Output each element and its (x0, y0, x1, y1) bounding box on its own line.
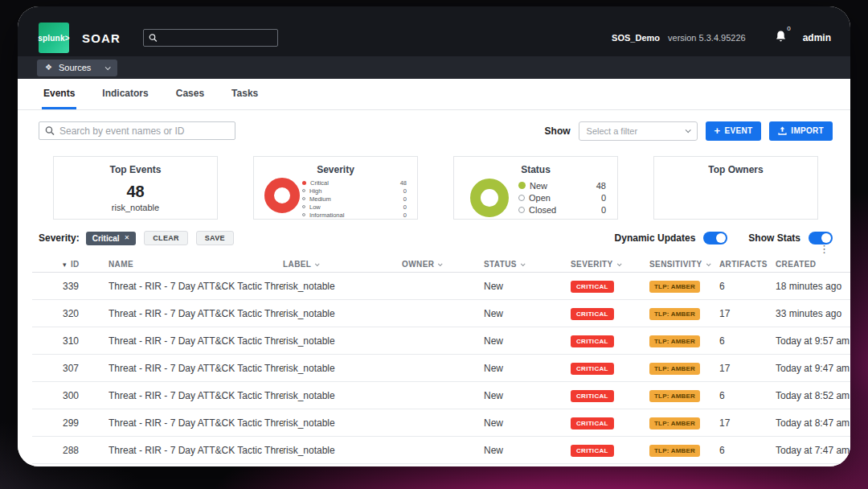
clear-button[interactable]: CLEAR (144, 231, 188, 245)
chevron-down-icon (685, 127, 690, 133)
table-row[interactable]: 320 Threat - RIR - 7 Day ATT&CK Tactic T… (32, 300, 850, 327)
event-name[interactable]: Threat - RIR - 7 Day ATT&CK Tactic Thres… (108, 335, 283, 347)
chevron-down-icon (617, 261, 622, 266)
notifications-button[interactable]: 0 (775, 30, 787, 46)
severity-legend: Critical 48 High 0 Medium 0 (302, 179, 407, 219)
event-search-input[interactable] (59, 125, 229, 137)
event-status: New (484, 445, 571, 456)
chevron-down-icon (706, 261, 710, 266)
chevron-down-icon (105, 64, 111, 70)
legend-label: Open (529, 193, 551, 203)
save-button[interactable]: SAVE (196, 231, 234, 245)
event-name[interactable]: Threat - RIR - 7 Day ATT&CK Tactic Thres… (108, 417, 283, 429)
main-content: Events Indicators Cases Tasks Show Selec… (18, 79, 850, 466)
stat-cards: Top Events 48 risk_notable Severity Crit… (53, 156, 818, 220)
import-button[interactable]: IMPORT (769, 121, 833, 141)
event-name[interactable]: Threat - RIR - 7 Day ATT&CK Tactic Thres… (108, 308, 283, 319)
import-label: IMPORT (791, 126, 824, 135)
bell-icon (775, 30, 787, 43)
table-row[interactable]: 307 Threat - RIR - 7 Day ATT&CK Tactic T… (32, 355, 850, 382)
column-header-sensitivity[interactable]: SENSITIVITY (649, 260, 719, 269)
add-event-label: EVENT (724, 126, 752, 135)
legend-item: High 0 (302, 187, 407, 195)
user-menu[interactable]: admin (803, 32, 831, 43)
tab-tasks[interactable]: Tasks (230, 79, 260, 109)
legend-value: 0 (403, 212, 407, 219)
global-search-box[interactable] (143, 29, 278, 47)
event-status: New (484, 363, 571, 374)
event-id: 339 (63, 281, 108, 292)
legend-label: Critical (310, 179, 329, 187)
column-header-artifacts[interactable]: ARTIFACTS (719, 260, 776, 269)
new-dot-icon (518, 182, 526, 189)
severity-badge: CRITICAL (571, 417, 614, 429)
event-name[interactable]: Threat - RIR - 7 Day ATT&CK Tactic Thres… (108, 445, 283, 456)
sources-dropdown-button[interactable]: ❖ Sources (37, 60, 117, 76)
tab-events[interactable]: Events (42, 79, 76, 109)
toggle-knob (821, 233, 831, 243)
legend-item: Critical 48 (302, 179, 407, 187)
splunk-logo: splunk> (39, 23, 69, 53)
severity-badge: CRITICAL (571, 308, 614, 320)
event-label: risk_notable (283, 335, 402, 347)
search-icon (149, 33, 158, 43)
table-header-row: ▾ID NAME LABEL OWNER STATUS SEVERITY SEN… (32, 257, 850, 273)
toggle-group: Dynamic Updates Show Stats (615, 232, 833, 244)
sensitivity-badge: TLP: AMBER (649, 390, 700, 402)
tab-indicators[interactable]: Indicators (100, 79, 149, 109)
event-label: risk_notable (283, 363, 402, 374)
sensitivity-badge: TLP: AMBER (649, 335, 700, 347)
show-label: Show (545, 125, 571, 137)
column-header-owner[interactable]: OWNER (402, 260, 484, 269)
legend-label: New (530, 181, 547, 191)
artifact-count: 6 (719, 335, 776, 347)
table-row[interactable]: 310 Threat - RIR - 7 Day ATT&CK Tactic T… (32, 327, 850, 355)
column-header-status[interactable]: STATUS (484, 260, 571, 269)
top-owners-card: Top Owners (653, 156, 818, 220)
legend-item: Open 0 (518, 191, 606, 203)
artifact-count: 6 (719, 390, 776, 401)
global-search-input[interactable] (162, 33, 272, 43)
event-status: New (484, 417, 571, 429)
legend-label: Medium (309, 195, 331, 203)
event-name[interactable]: Threat - RIR - 7 Day ATT&CK Tactic Thres… (108, 281, 283, 292)
closed-dot-icon (518, 207, 525, 213)
created-time: Today at 8:52 am (776, 390, 850, 401)
event-status: New (484, 390, 571, 401)
severity-donut-chart (264, 178, 300, 213)
top-navbar: splunk> SOAR SOS_Demo version 5.3.4.9522… (18, 6, 850, 56)
card-title: Top Owners (654, 164, 817, 175)
table-row[interactable]: 299 Threat - RIR - 7 Day ATT&CK Tactic T… (32, 409, 850, 437)
kebab-menu-icon[interactable]: ⋮ (819, 244, 829, 254)
product-title: SOAR (82, 31, 121, 45)
event-name[interactable]: Threat - RIR - 7 Day ATT&CK Tactic Thres… (108, 363, 283, 374)
upload-icon (778, 126, 787, 135)
column-header-label[interactable]: LABEL (283, 260, 402, 269)
severity-badge: CRITICAL (571, 390, 614, 402)
instance-name: SOS_Demo (612, 33, 660, 43)
event-search-box[interactable] (39, 121, 235, 140)
sensitivity-badge: TLP: AMBER (649, 445, 700, 457)
column-header-id[interactable]: ▾ID (63, 260, 108, 269)
add-event-button[interactable]: + EVENT (706, 121, 762, 141)
table-row[interactable]: 300 Threat - RIR - 7 Day ATT&CK Tactic T… (32, 382, 850, 409)
critical-filter-chip[interactable]: Critical ✕ (86, 232, 137, 245)
soar-app-window: splunk> SOAR SOS_Demo version 5.3.4.9522… (18, 6, 850, 466)
close-icon[interactable]: ✕ (125, 235, 130, 241)
tab-cases[interactable]: Cases (174, 79, 206, 109)
column-header-severity[interactable]: SEVERITY (571, 260, 649, 269)
event-name[interactable]: Threat - RIR - 7 Day ATT&CK Tactic Thres… (108, 390, 283, 401)
table-row[interactable]: 339 Threat - RIR - 7 Day ATT&CK Tactic T… (32, 273, 850, 300)
filter-select[interactable]: Select a filter (579, 121, 698, 141)
table-row[interactable]: 288 Threat - RIR - 7 Day ATT&CK Tactic T… (32, 437, 850, 464)
filter-select-placeholder: Select a filter (587, 126, 638, 136)
top-events-card: Top Events 48 risk_notable (53, 156, 218, 220)
plus-icon: + (714, 125, 721, 136)
severity-badge: CRITICAL (571, 445, 614, 457)
column-header-name[interactable]: NAME (108, 260, 283, 269)
top-events-count: 48 (54, 183, 217, 201)
top-events-subtitle[interactable]: risk_notable (54, 203, 217, 212)
dynamic-updates-toggle[interactable] (703, 232, 727, 244)
column-header-created[interactable]: CREATED (776, 260, 850, 269)
legend-value: 48 (400, 179, 407, 187)
